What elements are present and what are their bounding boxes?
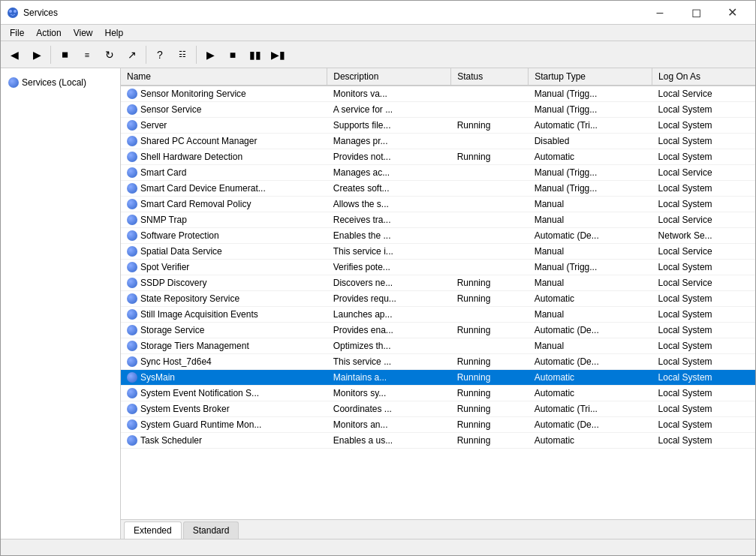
service-description: Maintains a...: [327, 370, 451, 386]
service-name: Smart Card Removal Policy: [140, 199, 251, 209]
table-row[interactable]: Sensor ServiceA service for ...Manual (T…: [121, 102, 755, 118]
col-header-status[interactable]: Status: [451, 68, 529, 86]
service-icon: [127, 262, 137, 272]
refresh-button[interactable]: ↻: [99, 44, 120, 65]
forward-button[interactable]: ▶: [26, 44, 47, 65]
service-icon: [127, 435, 137, 446]
maximize-button[interactable]: ◻: [679, 2, 713, 24]
sidebar-item-services-local[interactable]: Services (Local): [4, 74, 117, 91]
service-icon: [127, 215, 137, 225]
service-name: State Repository Service: [140, 293, 239, 304]
service-description: Creates soft...: [327, 181, 451, 197]
help-button[interactable]: ?: [149, 44, 170, 65]
table-row[interactable]: Smart Card Device Enumerat...Creates sof…: [121, 181, 755, 197]
table-row[interactable]: Software ProtectionEnables the ...Automa…: [121, 228, 755, 244]
table-row[interactable]: Spot VerifierVerifies pote...Manual (Tri…: [121, 260, 755, 275]
table-row[interactable]: System Events BrokerCoordinates ...Runni…: [121, 401, 755, 417]
service-icon: [127, 167, 137, 178]
service-startup-type: Automatic (De...: [529, 323, 652, 338]
col-header-startup[interactable]: Startup Type: [529, 68, 652, 86]
table-row[interactable]: Shell Hardware DetectionProvides not...R…: [121, 149, 755, 165]
service-logon: Local System: [652, 338, 755, 354]
service-logon: Local System: [652, 102, 755, 118]
table-row[interactable]: Spatial Data ServiceThis service i...Man…: [121, 244, 755, 260]
service-logon: Local Service: [652, 275, 755, 291]
table-row[interactable]: SSDP DiscoveryDiscovers ne...RunningManu…: [121, 275, 755, 291]
service-icon: [127, 89, 137, 99]
sidebar: Services (Local): [1, 68, 121, 539]
table-header: Name Description Status Startup Type Log…: [121, 68, 755, 86]
table-row[interactable]: Smart Card Removal PolicyAllows the s...…: [121, 197, 755, 212]
properties-button[interactable]: ☷: [172, 44, 193, 65]
service-logon: Local System: [652, 260, 755, 275]
table-row[interactable]: Storage Tiers ManagementOptimizes th...M…: [121, 338, 755, 354]
service-status: [451, 181, 529, 197]
service-startup-type: Manual: [529, 212, 652, 228]
table-row[interactable]: Storage ServiceProvides ena...RunningAut…: [121, 323, 755, 338]
service-startup-type: Manual (Trigg...: [529, 181, 652, 197]
service-status: Running: [451, 401, 529, 417]
show-hide-tree-button[interactable]: ◼: [54, 44, 75, 65]
list-button[interactable]: ≡: [77, 44, 98, 65]
table-row[interactable]: Smart CardManages ac...Manual (Trigg...L…: [121, 165, 755, 181]
service-description: Enables a us...: [327, 433, 451, 449]
col-header-logon[interactable]: Log On As: [652, 68, 755, 86]
table-row[interactable]: Task SchedulerEnables a us...RunningAuto…: [121, 433, 755, 449]
service-logon: Local System: [652, 417, 755, 433]
table-row[interactable]: SysMainMaintains a...RunningAutomaticLoc…: [121, 370, 755, 386]
service-description: Receives tra...: [327, 212, 451, 228]
service-startup-type: Disabled: [529, 134, 652, 149]
col-header-name[interactable]: Name: [121, 68, 327, 86]
service-name: Shared PC Account Manager: [140, 136, 257, 146]
status-bar: [1, 539, 755, 555]
table-row[interactable]: Shared PC Account ManagerManages pr...Di…: [121, 134, 755, 149]
service-logon: Local System: [652, 134, 755, 149]
service-name: Sync Host_7d6e4: [140, 356, 212, 367]
minimize-button[interactable]: –: [643, 2, 677, 24]
service-logon: Local System: [652, 307, 755, 323]
service-startup-type: Manual (Trigg...: [529, 165, 652, 181]
back-button[interactable]: ◀: [4, 44, 25, 65]
menu-bar: File Action View Help: [1, 25, 755, 41]
table-row[interactable]: State Repository ServiceProvides requ...…: [121, 291, 755, 307]
close-button[interactable]: ✕: [715, 2, 749, 24]
service-status: [451, 228, 529, 244]
service-logon: Local System: [652, 197, 755, 212]
tab-standard[interactable]: Standard: [183, 521, 239, 539]
menu-file[interactable]: File: [4, 26, 30, 40]
service-logon: Local Service: [652, 212, 755, 228]
table-row[interactable]: ServerSupports file...RunningAutomatic (…: [121, 118, 755, 134]
resume-button[interactable]: ▶▮: [267, 44, 288, 65]
table-row[interactable]: Sensor Monitoring ServiceMonitors va...M…: [121, 86, 755, 102]
col-header-desc[interactable]: Description: [327, 68, 451, 86]
service-logon: Local Service: [652, 165, 755, 181]
table-row[interactable]: Sync Host_7d6e4This service ...RunningAu…: [121, 354, 755, 370]
export-button[interactable]: ↗: [122, 44, 143, 65]
service-name: Still Image Acquisition Events: [140, 309, 258, 320]
service-startup-type: Manual: [529, 244, 652, 260]
table-row[interactable]: SNMP TrapReceives tra...ManualLocal Serv…: [121, 212, 755, 228]
service-name: Software Protection: [140, 230, 219, 241]
table-row[interactable]: System Event Notification S...Monitors s…: [121, 386, 755, 401]
stop-button[interactable]: ■: [222, 44, 243, 65]
menu-view[interactable]: View: [68, 26, 99, 40]
table-row[interactable]: Still Image Acquisition EventsLaunches a…: [121, 307, 755, 323]
table-row[interactable]: System Guard Runtime Mon...Monitors an..…: [121, 417, 755, 433]
play-button[interactable]: ▶: [200, 44, 221, 65]
service-name: Smart Card: [140, 167, 186, 178]
service-status: [451, 260, 529, 275]
tab-extended[interactable]: Extended: [124, 521, 182, 539]
service-logon: Local System: [652, 323, 755, 338]
service-name: Server: [140, 120, 167, 131]
table-container[interactable]: Name Description Status Startup Type Log…: [121, 68, 755, 519]
service-icon: [127, 309, 137, 320]
service-status: [451, 102, 529, 118]
service-name: Sensor Service: [140, 104, 201, 115]
service-icon: [127, 183, 137, 194]
service-description: Discovers ne...: [327, 275, 451, 291]
menu-help[interactable]: Help: [99, 26, 130, 40]
pause-button[interactable]: ▮▮: [245, 44, 266, 65]
service-icon: [127, 120, 137, 131]
menu-action[interactable]: Action: [30, 26, 67, 40]
services-window: Services – ◻ ✕ File Action View Help ◀ ▶…: [0, 0, 756, 556]
